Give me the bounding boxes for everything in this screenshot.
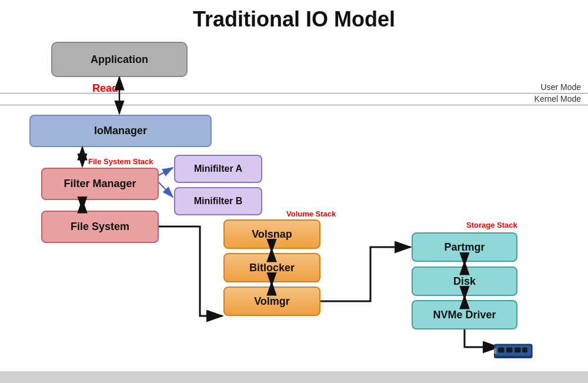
- partmgr-box: Partmgr: [412, 232, 517, 262]
- user-mode-label: User Mode: [541, 82, 581, 92]
- page-title: Traditional IO Model: [0, 0, 588, 36]
- volume-stack-label: Volume Stack: [286, 209, 336, 218]
- svg-line-7: [159, 182, 173, 197]
- read-label: Read: [92, 82, 118, 95]
- kernel-mode-label: Kernel Mode: [534, 94, 581, 104]
- volmgr-box: Volmgr: [223, 287, 320, 316]
- filter-manager-box: Filter Manager: [41, 168, 159, 200]
- nvme-drive-icon: [494, 341, 535, 362]
- bottom-bar: [0, 371, 588, 383]
- application-box: Application: [51, 42, 188, 77]
- iomanager-box: IoManager: [29, 115, 212, 147]
- bitlocker-box: Bitlocker: [223, 253, 320, 282]
- kernel-mode-line: [0, 105, 588, 105]
- svg-rect-18: [494, 348, 496, 354]
- minifilter-b-box: Minifilter B: [174, 187, 262, 215]
- user-mode-line: [0, 93, 588, 94]
- volsnap-box: Volsnap: [223, 219, 320, 249]
- svg-rect-17: [522, 348, 527, 353]
- minifilter-a-box: Minifilter A: [174, 155, 262, 183]
- file-system-box: File System: [41, 211, 159, 243]
- file-system-stack-label: File System Stack: [88, 157, 153, 166]
- svg-line-6: [159, 168, 173, 175]
- storage-stack-label: Storage Stack: [466, 221, 517, 229]
- svg-rect-15: [506, 348, 513, 353]
- svg-rect-16: [514, 348, 521, 353]
- diagram-container: Traditional IO Model User Mode Kernel Mo…: [0, 0, 588, 383]
- nvme-driver-box: NVMe Driver: [412, 300, 517, 329]
- disk-box: Disk: [412, 267, 517, 296]
- svg-rect-14: [498, 348, 505, 353]
